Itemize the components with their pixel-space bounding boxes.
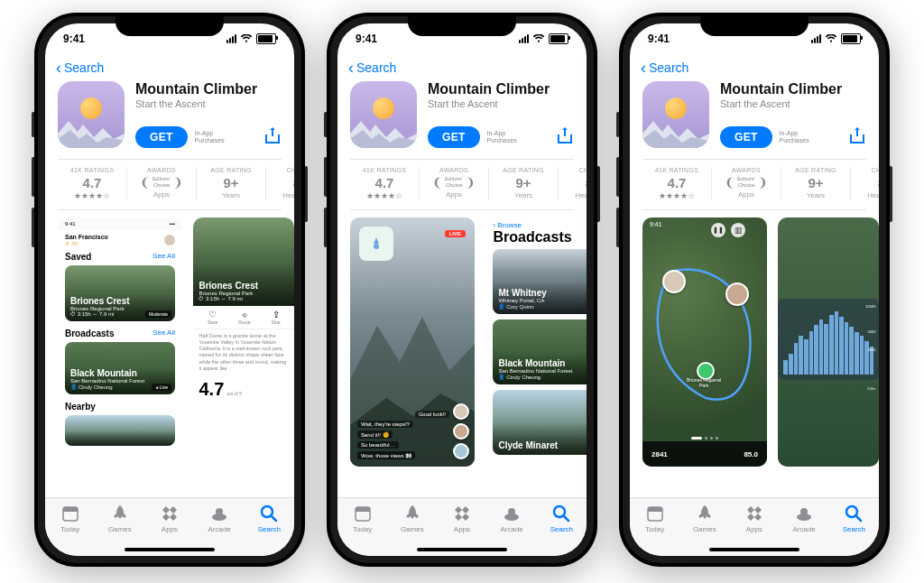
get-button[interactable]: GET: [720, 126, 772, 148]
stat-age[interactable]: AGE RATING 9+ Years: [197, 167, 266, 200]
tab-search[interactable]: Search: [246, 504, 291, 533]
chevron-left-icon: ‹: [641, 60, 646, 76]
laurel-right-icon: ❩: [172, 175, 183, 190]
screenshot-2[interactable]: Briones CrestBriones Regional Park⏱ 3:15…: [193, 217, 294, 467]
tab-games[interactable]: Games: [97, 504, 143, 533]
tab-search[interactable]: Search: [539, 504, 584, 533]
svg-point-9: [508, 508, 515, 515]
app-icon[interactable]: [642, 81, 709, 148]
elevation-chart: 10500 5000 3000 0.0m: [778, 299, 879, 380]
svg-rect-7: [356, 507, 370, 512]
stats-row[interactable]: 41K RATINGS4.7★★★★☆ AWARDS❨Editors'Choic…: [337, 160, 587, 209]
home-indicator[interactable]: [417, 548, 507, 551]
arcade-icon: [209, 504, 229, 523]
screenshot-2[interactable]: ‹ Browse Broadcasts Mt WhitneyWhitney Po…: [485, 217, 587, 467]
laurel-left-icon: ❨: [140, 175, 151, 190]
tab-apps[interactable]: Apps: [147, 504, 192, 533]
apps-icon: [160, 504, 180, 523]
search-icon: [259, 504, 279, 523]
share-button[interactable]: [556, 126, 574, 148]
tab-apps[interactable]: Apps: [732, 504, 777, 533]
tab-arcade[interactable]: Arcade: [197, 504, 242, 533]
status-time: 9:41: [63, 32, 85, 45]
route-path: [642, 217, 767, 467]
wifi-icon: [240, 34, 253, 43]
stats-row[interactable]: 41K RATINGS4.7★★★★☆ AWARDS❨Editors'Choic…: [630, 160, 879, 209]
back-nav[interactable]: ‹Search: [337, 54, 587, 81]
get-button[interactable]: GET: [135, 126, 188, 148]
chevron-left-icon: ‹: [56, 60, 61, 76]
avatar-icon: [164, 235, 175, 245]
back-nav[interactable]: ‹Search: [630, 54, 879, 81]
svg-point-14: [800, 508, 808, 515]
today-icon: [60, 504, 80, 523]
app-icon[interactable]: [58, 81, 125, 148]
app-icon[interactable]: [350, 81, 417, 148]
share-button[interactable]: [848, 126, 866, 148]
screenshots-row[interactable]: 9:41••• San Francisco☀ 76° SavedSee All …: [45, 210, 294, 472]
cellular-icon: [226, 34, 236, 43]
stat-ratings[interactable]: 41K RATINGS 4.7 ★★★★☆: [58, 167, 127, 200]
home-indicator[interactable]: [125, 548, 215, 551]
stats-row[interactable]: 41K RATINGS 4.7 ★★★★☆ AWARDS ❨Editors'Ch…: [45, 160, 294, 209]
tab-arcade[interactable]: Arcade: [781, 504, 827, 533]
tab-today[interactable]: Today: [340, 504, 385, 533]
back-nav[interactable]: ‹ Search: [45, 54, 294, 81]
app-title: Mountain Climber: [135, 81, 282, 97]
tab-apps[interactable]: Apps: [439, 504, 485, 533]
screenshot-2[interactable]: 10500 5000 3000 0.0m: [778, 217, 879, 467]
tab-today[interactable]: Today: [48, 504, 93, 533]
app-subtitle: Start the Ascent: [135, 98, 282, 109]
svg-rect-1: [63, 507, 78, 512]
screenshot-1[interactable]: 9:41••• San Francisco☀ 76° SavedSee All …: [58, 217, 182, 467]
chevron-left-icon: ‹: [348, 60, 354, 76]
avatar-2: [725, 282, 749, 306]
phone-mockup-2: 9:41 ‹Search Mountain Climber Start the …: [327, 13, 597, 567]
tab-search[interactable]: Search: [831, 504, 876, 533]
screenshots-row[interactable]: 9:41 ❚❚ ▥ Briones Regional Park 2841 85.…: [630, 210, 879, 472]
stat-right: 85.0: [744, 450, 758, 458]
stat-left: 2841: [651, 450, 668, 458]
screenshot-1[interactable]: LIVE Good luck!! Wait, they're steps!? S…: [350, 217, 475, 467]
phone-mockup-3: 9:41 ‹Search Mountain Climber Start the …: [619, 13, 890, 567]
screenshots-row[interactable]: LIVE Good luck!! Wait, they're steps!? S…: [337, 210, 587, 472]
tab-today[interactable]: Today: [633, 504, 678, 533]
stat-awards[interactable]: AWARDS ❨Editors'Choice❩ Apps: [127, 167, 197, 200]
screenshot-1[interactable]: 9:41 ❚❚ ▥ Briones Regional Park 2841 85.…: [642, 217, 767, 467]
get-button[interactable]: GET: [428, 126, 480, 148]
svg-rect-12: [648, 507, 662, 512]
svg-point-3: [216, 508, 223, 515]
tab-games[interactable]: Games: [682, 504, 727, 533]
phone-mockup-1: 9:41 ‹ Search Mountain Climber Start the…: [34, 13, 305, 567]
stars-icon: ★★★★☆: [74, 192, 110, 200]
back-label: Search: [64, 60, 104, 75]
home-indicator[interactable]: [709, 548, 799, 551]
stat-charts[interactable]: CHARTS #3 Health & Fi: [266, 167, 294, 200]
battery-icon: [256, 33, 276, 44]
avatar-1: [662, 270, 686, 293]
tab-arcade[interactable]: Arcade: [489, 504, 534, 533]
rocket-icon: [110, 504, 130, 523]
share-button[interactable]: [263, 126, 282, 148]
iap-label: In-AppPurchases: [195, 130, 225, 143]
tab-games[interactable]: Games: [390, 504, 435, 533]
